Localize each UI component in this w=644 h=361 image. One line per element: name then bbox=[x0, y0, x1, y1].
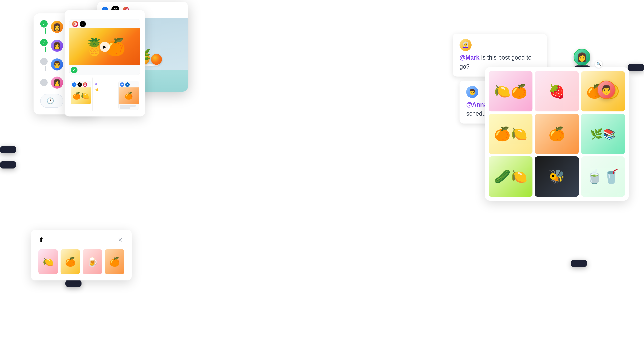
svg-point-7 bbox=[85, 84, 86, 85]
instagram-icon-cal bbox=[72, 21, 78, 27]
upload-media-card: ⬆ × 🍋 🍊 🍺 🍊 bbox=[31, 230, 132, 280]
check-icon-jack: ✓ bbox=[40, 20, 48, 28]
ig-icon-9 bbox=[83, 82, 87, 87]
cross-company-collab-label bbox=[628, 64, 644, 71]
calendar-post-1[interactable]: ♪ 🍍🍊 ▶ ✓ bbox=[69, 19, 140, 75]
li-icon-11: in bbox=[125, 82, 130, 87]
avatar-ingrid: 👩 bbox=[51, 40, 63, 52]
search-icon-collab: 🔍 bbox=[595, 61, 602, 68]
collab-avatar-2: 👨 bbox=[597, 81, 616, 99]
media-cell-2: 🍓 bbox=[535, 71, 578, 111]
upload-title-row: ⬆ bbox=[38, 236, 47, 244]
media-cell-8: 🐝 bbox=[535, 156, 578, 197]
check-icon-ingrid: ✓ bbox=[40, 39, 48, 46]
avatar-anne: 👩 bbox=[51, 77, 63, 89]
post-scheduled-badge: 🕐 bbox=[40, 94, 63, 108]
approvals-label bbox=[0, 146, 16, 153]
media-cell-5: 🍊 bbox=[535, 114, 578, 154]
planning-card: ♪ 🍍🍊 ▶ ✓ f 𝕏 🍊🍋 bbox=[64, 10, 145, 117]
multiple-views-label bbox=[571, 260, 587, 267]
media-cell-7: 🥒🍋 bbox=[489, 156, 532, 197]
tiktok-icon-cal: ♪ bbox=[80, 21, 86, 27]
upload-thumb-1: 🍋 bbox=[38, 249, 58, 274]
svg-point-4 bbox=[75, 24, 76, 25]
post-check-1: ✓ bbox=[71, 67, 78, 73]
svg-rect-6 bbox=[84, 84, 86, 86]
fb-icon-9: f bbox=[72, 82, 76, 87]
upload-thumb-3: 🍺 bbox=[83, 249, 102, 274]
svg-point-8 bbox=[85, 84, 86, 84]
publishing-label bbox=[0, 161, 16, 169]
avatar-mark: 👨 bbox=[466, 86, 478, 98]
avatar-anna: 👩‍🦳 bbox=[460, 39, 472, 51]
upload-close-button[interactable]: × bbox=[116, 236, 124, 244]
svg-rect-3 bbox=[74, 23, 77, 26]
collab-avatar-1: 👩 bbox=[574, 49, 590, 66]
upload-thumb-2: 🍊 bbox=[60, 249, 80, 274]
svg-point-5 bbox=[76, 23, 76, 24]
media-cell-9: 🍵🥤 bbox=[581, 156, 625, 197]
upload-thumb-4: 🍊 bbox=[105, 249, 124, 274]
media-cell-4: 🍊🍋 bbox=[489, 114, 532, 154]
media-library-label bbox=[66, 280, 82, 287]
avatar-samuel: 👨 bbox=[51, 58, 63, 71]
media-cell-1: 🍋🍊 bbox=[489, 71, 532, 111]
gg-icon-11: G bbox=[120, 82, 124, 87]
avatar-jack: 👩 bbox=[51, 21, 63, 33]
tw-icon-9: 𝕏 bbox=[78, 82, 82, 87]
time-slot-1215 bbox=[94, 81, 115, 86]
check-icon-anne bbox=[40, 79, 48, 86]
media-cell-6: 🌿📚 bbox=[581, 114, 625, 154]
svg-point-2 bbox=[126, 9, 127, 9]
time-slot-1520: ☀️ bbox=[94, 87, 115, 92]
check-icon-samuel bbox=[40, 58, 48, 65]
